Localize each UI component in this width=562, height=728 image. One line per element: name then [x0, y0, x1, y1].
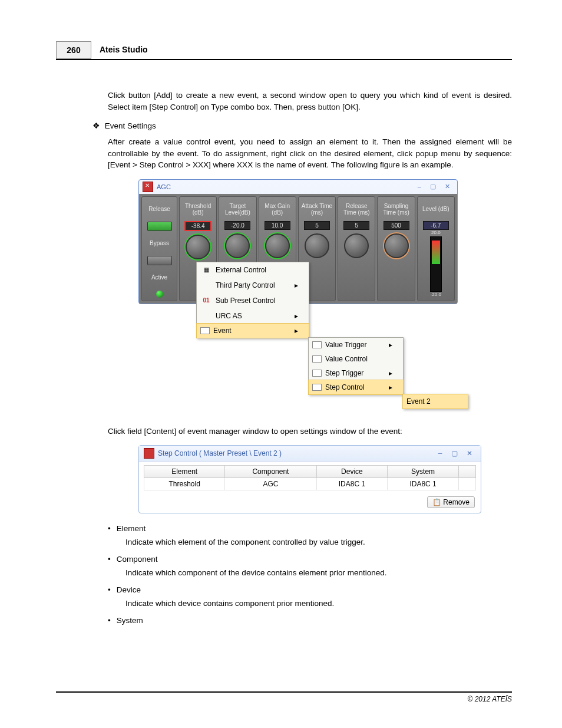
grid-icon: ▦ — [200, 265, 212, 275]
item-icon — [312, 370, 322, 377]
maxgain-knob[interactable] — [265, 233, 290, 258]
paragraph: Click field [Content] of event manager w… — [108, 426, 512, 437]
bullet-heading: Element — [108, 524, 512, 533]
menu-item[interactable]: Third Party Control▸ — [197, 278, 309, 293]
table-row[interactable]: Threshold AGC IDA8C 1 IDA8C 1 — [144, 478, 476, 490]
release-button[interactable] — [147, 222, 172, 231]
sampling-knob[interactable] — [384, 233, 409, 258]
bullet-heading: Device — [108, 585, 512, 594]
submenu-arrow-icon: ▸ — [378, 341, 392, 349]
col-header[interactable]: Device — [316, 466, 388, 478]
bullet-heading: System — [108, 616, 512, 625]
menu-item-event2[interactable]: Event 2 — [402, 394, 468, 409]
menu-item[interactable]: Value Trigger▸ — [309, 338, 403, 352]
paragraph: After create a value control event, you … — [108, 136, 512, 171]
remove-button[interactable]: 📋 Remove — [427, 496, 475, 508]
context-menus: ▦External Control Third Party Control▸ 0… — [196, 262, 512, 415]
item-icon — [312, 384, 322, 391]
bullet-text: Indicate which component of the device c… — [125, 568, 512, 577]
item-icon — [312, 355, 322, 363]
titlebar: Step Control ( Master Preset \ Event 2 )… — [139, 446, 481, 462]
event-icon — [200, 327, 210, 334]
menu-item[interactable]: URC AS▸ — [197, 308, 309, 324]
side-column: Release Bypass Active — [141, 196, 177, 301]
submenu-arrow-icon: ▸ — [284, 327, 298, 335]
col-header[interactable]: Element — [144, 466, 225, 478]
threshold-value[interactable]: -38.4 — [184, 221, 211, 231]
diamond-icon: ❖ — [92, 121, 100, 130]
submenu-arrow-icon: ▸ — [378, 369, 392, 377]
col-header[interactable]: System — [388, 466, 459, 478]
window-title: Step Control ( Master Preset \ Event 2 ) — [158, 449, 282, 457]
app-icon — [144, 448, 154, 459]
context-menu-2: Value Trigger▸ Value Control Step Trigge… — [308, 337, 404, 395]
context-menu-3: Event 2 — [402, 394, 468, 409]
attack-knob[interactable] — [305, 233, 329, 258]
threshold-knob[interactable] — [186, 235, 210, 259]
target-knob[interactable] — [225, 233, 250, 258]
page-footer: © 2012 ATEÏS — [56, 691, 512, 703]
bypass-label: Bypass — [150, 233, 169, 254]
page-header: 260 Ateis Studio — [56, 41, 512, 60]
page-number: 260 — [56, 41, 91, 59]
menu-item[interactable]: 01Sub Preset Control — [197, 293, 309, 308]
element-table: Element Component Device System Threshol… — [144, 465, 476, 490]
bypass-button[interactable] — [147, 256, 172, 265]
bullet-text: Indicate which device contains component… — [125, 599, 512, 608]
submenu-arrow-icon: ▸ — [378, 383, 392, 391]
menu-item-step-control[interactable]: Step Control▸ — [308, 380, 404, 395]
doc-title: Ateis Studio — [91, 41, 148, 59]
submenu-arrow-icon: ▸ — [284, 281, 298, 289]
section-title: Event Settings — [105, 121, 156, 130]
window-buttons[interactable]: – ▢ ✕ — [418, 183, 454, 190]
window-title: AGC — [157, 183, 171, 190]
toolbar: 📋 Remove — [139, 494, 481, 513]
menu-item[interactable]: ▦External Control — [197, 262, 309, 278]
menu-item[interactable]: Value Control — [309, 352, 403, 366]
submenu-arrow-icon: ▸ — [284, 312, 298, 320]
col-header[interactable]: Component — [225, 466, 316, 478]
release-label: Release — [148, 199, 170, 220]
active-led — [156, 291, 163, 298]
preset-icon: 01 — [200, 296, 212, 305]
context-menu-1: ▦External Control Third Party Control▸ 0… — [196, 262, 309, 338]
figure-agc: AGC – ▢ ✕ Release Bypass Active Threshol… — [138, 179, 512, 415]
item-icon — [312, 341, 322, 348]
app-icon — [143, 182, 153, 192]
bullet-text: Indicate which element of the component … — [125, 538, 512, 546]
paragraph: Click button [Add] to create a new event… — [108, 90, 512, 113]
titlebar: AGC – ▢ ✕ — [139, 180, 457, 194]
menu-item[interactable]: Step Trigger▸ — [309, 366, 403, 380]
section-heading: ❖ Event Settings — [92, 121, 512, 130]
active-label: Active — [151, 267, 167, 288]
releasetime-knob[interactable] — [344, 233, 369, 258]
menu-item-event[interactable]: Event▸ — [196, 323, 309, 338]
step-control-window: Step Control ( Master Preset \ Event 2 )… — [138, 445, 481, 513]
bullet-heading: Component — [108, 555, 512, 564]
window-buttons[interactable]: – ▢ ✕ — [438, 449, 476, 457]
